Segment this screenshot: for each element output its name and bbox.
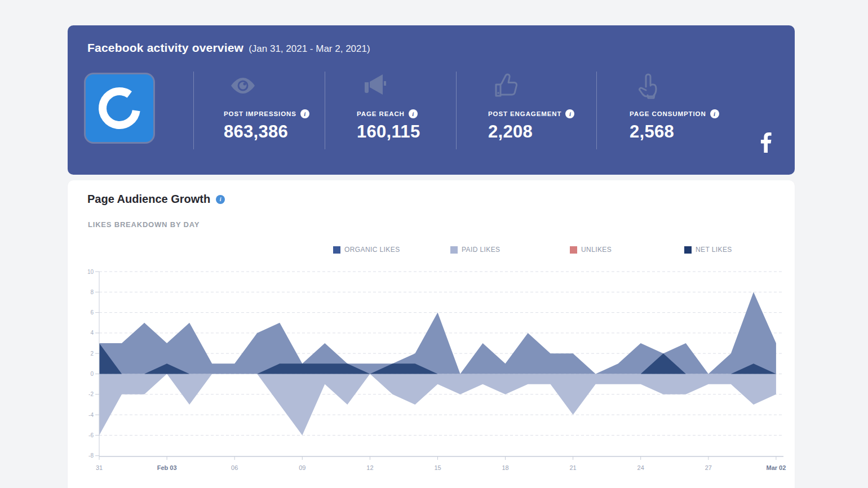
metric-value: 863,386 — [224, 122, 309, 142]
svg-text:6: 6 — [90, 309, 94, 316]
legend-item-paid-likes[interactable]: PAID LIKES — [450, 246, 500, 254]
svg-text:18: 18 — [502, 464, 508, 471]
info-icon[interactable]: i — [409, 109, 418, 118]
svg-text:06: 06 — [231, 464, 238, 471]
legend-label: PAID LIKES — [462, 246, 500, 254]
metric-value: 160,115 — [357, 122, 420, 142]
metric-label: PAGE CONSUMPTION — [630, 110, 706, 117]
svg-text:15: 15 — [434, 464, 441, 471]
metric-label: PAGE REACH — [357, 110, 405, 117]
metric-page-reach: PAGE REACH i 160,115 — [357, 72, 420, 142]
legend-chip — [450, 246, 458, 254]
divider — [596, 72, 597, 149]
legend-item-unlikes[interactable]: UNLIKES — [570, 246, 612, 254]
legend-chip — [333, 246, 340, 254]
divider — [325, 72, 325, 149]
svg-text:10: 10 — [87, 269, 94, 275]
svg-text:-8: -8 — [88, 452, 94, 459]
section-subtitle: LIKES BREAKDOWN BY DAY — [88, 220, 200, 229]
svg-text:-6: -6 — [88, 432, 94, 438]
legend-label: UNLIKES — [581, 246, 612, 254]
thumbs-up-icon — [493, 72, 522, 100]
info-icon[interactable]: i — [710, 109, 719, 118]
metric-label: POST IMPRESSIONS — [224, 110, 296, 117]
metric-post-impressions: POST IMPRESSIONS i 863,386 — [224, 72, 309, 142]
pointer-hand-icon — [634, 72, 663, 100]
page-avatar — [86, 74, 153, 142]
header-title-row: Facebook activity overview (Jan 31, 2021… — [87, 41, 370, 55]
metric-post-engagement: POST ENGAGEMENT i 2,208 — [488, 72, 574, 142]
megaphone-icon — [361, 72, 391, 100]
section-title: Page Audience Growth — [87, 193, 210, 206]
svg-text:12: 12 — [366, 464, 373, 471]
svg-text:0: 0 — [90, 371, 94, 377]
report-page: Facebook activity overview (Jan 31, 2021… — [0, 0, 868, 488]
info-icon[interactable]: i — [565, 109, 574, 118]
facebook-overview-card: Facebook activity overview (Jan 31, 2021… — [68, 25, 795, 175]
info-icon[interactable]: i — [216, 195, 225, 204]
legend-chip — [684, 246, 692, 254]
svg-text:24: 24 — [637, 464, 644, 471]
info-icon[interactable]: i — [300, 109, 309, 118]
legend-label: NET LIKES — [696, 246, 732, 254]
growth-title-row: Page Audience Growth i — [87, 193, 225, 206]
metric-label: POST ENGAGEMENT — [488, 110, 561, 117]
metric-value: 2,568 — [630, 122, 719, 142]
svg-text:21: 21 — [569, 464, 576, 471]
date-range: (Jan 31, 2021 - Mar 2, 2021) — [249, 43, 370, 55]
eye-icon — [228, 72, 258, 100]
svg-text:2: 2 — [90, 351, 94, 357]
likes-breakdown-chart: 1086420-2-4-6-831Feb 030609121518212427M… — [79, 265, 795, 486]
svg-text:31: 31 — [96, 464, 103, 471]
ring-logo-icon — [86, 74, 153, 142]
legend-label: ORGANIC LIKES — [344, 246, 400, 254]
svg-text:Feb 03: Feb 03 — [157, 464, 177, 471]
legend-item-net-likes[interactable]: NET LIKES — [684, 246, 732, 254]
svg-text:8: 8 — [90, 289, 94, 295]
legend-chip — [570, 246, 577, 254]
facebook-icon — [760, 132, 772, 153]
metric-value: 2,208 — [488, 122, 574, 142]
svg-text:4: 4 — [90, 330, 94, 336]
page-title: Facebook activity overview — [87, 41, 243, 55]
metric-page-consumption: PAGE CONSUMPTION i 2,568 — [630, 72, 719, 142]
svg-text:09: 09 — [299, 464, 305, 471]
svg-text:-4: -4 — [88, 412, 94, 418]
svg-text:27: 27 — [705, 464, 712, 471]
legend-item-organic-likes[interactable]: ORGANIC LIKES — [333, 246, 400, 254]
svg-text:-2: -2 — [88, 391, 94, 397]
svg-text:Mar 02: Mar 02 — [766, 464, 786, 471]
divider — [193, 72, 194, 149]
divider — [456, 72, 457, 149]
